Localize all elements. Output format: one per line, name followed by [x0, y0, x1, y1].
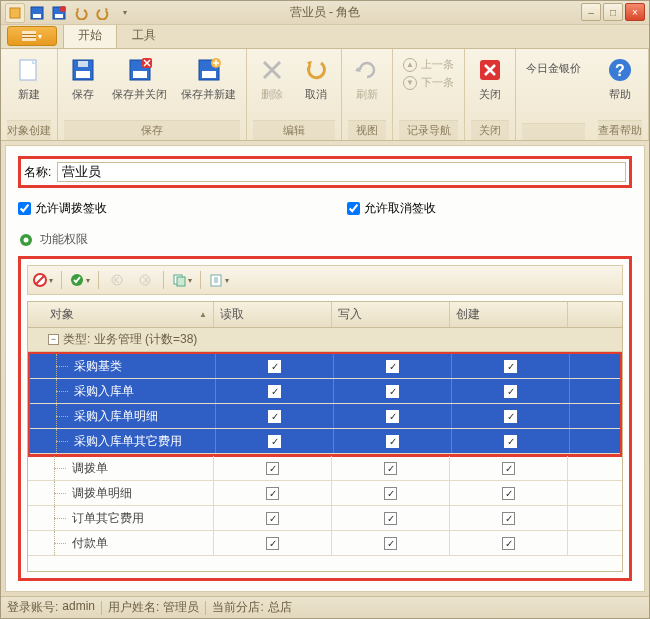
checkbox-icon: ✓	[386, 435, 399, 448]
save-close-button[interactable]: 保存并关闭	[108, 53, 171, 104]
checkbox-icon: ✓	[268, 410, 281, 423]
help-icon: ?	[605, 55, 635, 85]
col-object[interactable]: 对象▲	[28, 302, 214, 327]
copy-button[interactable]	[170, 269, 194, 291]
ribbon-group-view: 刷新 视图	[342, 49, 393, 140]
cell-checkbox[interactable]: ✓	[214, 506, 332, 530]
tab-tools[interactable]: 工具	[117, 22, 171, 48]
save-close-icon	[125, 55, 155, 85]
cell-checkbox[interactable]: ✓	[450, 481, 568, 505]
cell-object: 调拨单明细	[28, 481, 214, 505]
cell-checkbox[interactable]: ✓	[450, 531, 568, 555]
table-row[interactable]: 采购入库单其它费用✓✓✓	[30, 429, 620, 454]
statusbar: 登录账号:admin 用户姓名:管理员 当前分店:总店	[1, 596, 649, 618]
goldprice-button[interactable]: 今日金银价	[522, 53, 585, 78]
svg-rect-30	[177, 277, 185, 286]
allow-transfer-checkbox[interactable]: 允许调拨签收	[18, 200, 107, 217]
ribbon-group-help: ? 帮助 查看帮助	[592, 49, 649, 140]
nav-last-button	[133, 269, 157, 291]
cell-checkbox[interactable]: ✓	[332, 506, 450, 530]
new-icon	[14, 55, 44, 85]
save-new-icon	[194, 55, 224, 85]
cell-checkbox[interactable]: ✓	[334, 429, 452, 453]
checkbox-icon: ✓	[386, 410, 399, 423]
checkbox-icon: ✓	[384, 537, 397, 550]
section-title: 功能权限	[40, 231, 88, 248]
table-row[interactable]: 调拨单✓✓✓	[28, 456, 622, 481]
allow-all-button[interactable]	[68, 269, 92, 291]
col-create[interactable]: 创建	[450, 302, 568, 327]
cell-checkbox[interactable]: ✓	[216, 354, 334, 378]
cell-checkbox[interactable]: ✓	[214, 531, 332, 555]
cancel-button[interactable]: 取消	[297, 53, 335, 104]
export-button[interactable]	[207, 269, 231, 291]
cell-checkbox[interactable]: ✓	[334, 379, 452, 403]
table-row[interactable]: 订单其它费用✓✓✓	[28, 506, 622, 531]
svg-point-27	[112, 275, 122, 285]
ribbon-group-close: 关闭 关闭	[465, 49, 516, 140]
grid-header: 对象▲ 读取 写入 创建	[28, 302, 622, 328]
group-label-view: 视图	[348, 120, 386, 140]
minimize-button[interactable]: –	[581, 3, 601, 21]
checkbox-icon: ✓	[502, 512, 515, 525]
sort-icon: ▲	[199, 310, 207, 319]
cell-checkbox[interactable]: ✓	[216, 379, 334, 403]
delete-button: 删除	[253, 53, 291, 104]
col-read[interactable]: 读取	[214, 302, 332, 327]
save-button[interactable]: 保存	[64, 53, 102, 104]
table-row[interactable]: 付款单✓✓✓	[28, 531, 622, 556]
svg-rect-17	[202, 71, 216, 78]
group-row[interactable]: − 类型: 业务管理 (计数=38)	[28, 328, 622, 352]
cell-checkbox[interactable]: ✓	[452, 429, 570, 453]
checkbox-icon: ✓	[386, 360, 399, 373]
cell-checkbox[interactable]: ✓	[452, 404, 570, 428]
save-new-button[interactable]: 保存并新建	[177, 53, 240, 104]
save-icon	[68, 55, 98, 85]
cell-checkbox[interactable]: ✓	[334, 404, 452, 428]
close-button[interactable]: ×	[625, 3, 645, 21]
content-area: 名称: 允许调拨签收 允许取消签收 功能权限	[5, 145, 645, 592]
window-buttons: – □ ×	[581, 3, 645, 21]
next-record-button: ▼ 下一条	[403, 75, 454, 90]
group-label-create: 对象创建	[7, 120, 51, 140]
allow-cancel-checkbox[interactable]: 允许取消签收	[347, 200, 436, 217]
deny-all-button[interactable]	[31, 269, 55, 291]
table-row[interactable]: 采购基类✓✓✓	[30, 354, 620, 379]
cell-checkbox[interactable]: ✓	[216, 429, 334, 453]
ribbon-group-save: 保存 保存并关闭 保存并新建 保存	[58, 49, 247, 140]
cell-checkbox[interactable]: ✓	[450, 506, 568, 530]
status-user-label: 用户姓名:	[108, 599, 159, 616]
close-record-button[interactable]: 关闭	[471, 53, 509, 104]
new-button[interactable]: 新建	[10, 53, 48, 104]
cell-checkbox[interactable]: ✓	[214, 481, 332, 505]
cell-checkbox[interactable]: ✓	[334, 354, 452, 378]
cell-checkbox[interactable]: ✓	[452, 354, 570, 378]
table-row[interactable]: 采购入库单明细✓✓✓	[30, 404, 620, 429]
cell-object: 调拨单	[28, 456, 214, 480]
cell-checkbox[interactable]: ✓	[332, 456, 450, 480]
cell-checkbox[interactable]: ✓	[332, 481, 450, 505]
checkbox-icon: ✓	[268, 435, 281, 448]
table-row[interactable]: 调拨单明细✓✓✓	[28, 481, 622, 506]
app-menu-button[interactable]: ▾	[7, 26, 57, 46]
svg-rect-14	[133, 71, 147, 78]
checkbox-icon: ✓	[266, 487, 279, 500]
col-write[interactable]: 写入	[332, 302, 450, 327]
table-row[interactable]: 采购入库单✓✓✓	[30, 379, 620, 404]
cell-object: 采购基类	[30, 354, 216, 378]
cell-checkbox[interactable]: ✓	[214, 456, 332, 480]
nav-first-button	[105, 269, 129, 291]
cell-checkbox[interactable]: ✓	[216, 404, 334, 428]
grid-body[interactable]: 采购基类✓✓✓采购入库单✓✓✓采购入库单明细✓✓✓采购入库单其它费用✓✓✓调拨单…	[28, 352, 622, 571]
collapse-icon[interactable]: −	[48, 334, 59, 345]
maximize-button[interactable]: □	[603, 3, 623, 21]
cell-checkbox[interactable]: ✓	[450, 456, 568, 480]
cell-checkbox[interactable]: ✓	[452, 379, 570, 403]
permission-highlight: 对象▲ 读取 写入 创建 − 类型: 业务管理 (计数=38) 采购基类✓✓✓采…	[18, 256, 632, 581]
name-input[interactable]	[57, 162, 626, 182]
window-title: 营业员 - 角色	[1, 4, 649, 21]
cell-checkbox[interactable]: ✓	[332, 531, 450, 555]
tab-start[interactable]: 开始	[63, 22, 117, 48]
help-button[interactable]: ? 帮助	[601, 53, 639, 104]
group-label-save: 保存	[64, 120, 240, 140]
